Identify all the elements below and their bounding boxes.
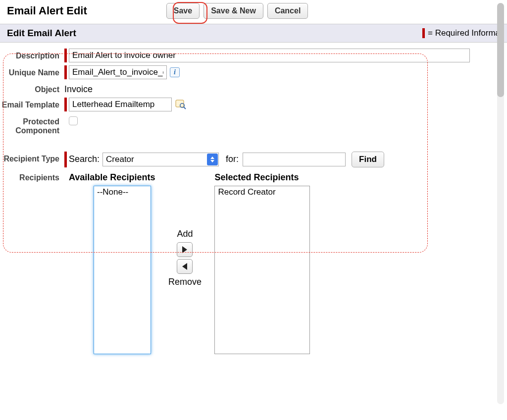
arrow-right-icon bbox=[182, 246, 187, 253]
remove-button[interactable] bbox=[177, 259, 193, 274]
selected-listbox[interactable]: Record Creator bbox=[214, 186, 310, 354]
list-item[interactable]: --None-- bbox=[94, 186, 151, 198]
selected-title: Selected Recipients bbox=[214, 172, 310, 183]
add-button[interactable] bbox=[177, 242, 193, 257]
svg-line-2 bbox=[184, 107, 186, 109]
shuttle-controls: Add Remove bbox=[155, 172, 214, 289]
lookup-icon[interactable] bbox=[175, 99, 187, 110]
label-unique-name: Unique Name bbox=[0, 65, 64, 77]
required-bar-icon bbox=[64, 98, 67, 111]
arrow-left-icon bbox=[182, 263, 187, 270]
object-value: Invoice bbox=[64, 82, 93, 95]
row-description: Description bbox=[0, 49, 497, 62]
row-email-template: Email Template bbox=[0, 98, 497, 111]
button-row: Save Save & New Cancel bbox=[166, 3, 308, 19]
row-recipients: Recipients Available Recipients --None--… bbox=[0, 170, 497, 354]
cancel-button[interactable]: Cancel bbox=[267, 3, 308, 19]
label-object: Object bbox=[0, 82, 64, 94]
label-recipient-type: Recipient Type bbox=[0, 152, 64, 163]
header: Email Alert Edit Save Save & New Cancel bbox=[0, 0, 507, 24]
page-title: Email Alert Edit bbox=[7, 4, 87, 17]
info-icon[interactable]: i bbox=[170, 67, 180, 77]
label-email-template: Email Template bbox=[0, 98, 64, 109]
row-object: Object Invoice bbox=[0, 82, 497, 95]
available-title: Available Recipients bbox=[69, 172, 155, 183]
unique-name-input[interactable] bbox=[69, 65, 167, 79]
available-listbox[interactable]: --None-- bbox=[94, 186, 151, 354]
page-root: Email Alert Edit Save Save & New Cancel … bbox=[0, 0, 507, 420]
protected-checkbox[interactable] bbox=[69, 116, 78, 125]
row-unique-name: Unique Name i bbox=[0, 65, 497, 79]
label-protected: Protected Component bbox=[0, 114, 64, 136]
required-hint: = Required Informa bbox=[422, 28, 500, 38]
search-label: Search: bbox=[69, 154, 100, 164]
row-protected: Protected Component bbox=[0, 114, 497, 136]
description-input[interactable] bbox=[69, 49, 470, 62]
required-hint-text: = Required Informa bbox=[428, 28, 500, 38]
save-button[interactable]: Save bbox=[166, 3, 200, 19]
save-and-new-button[interactable]: Save & New bbox=[203, 3, 263, 19]
required-bar-icon bbox=[422, 28, 425, 38]
required-bar-icon bbox=[64, 152, 67, 167]
email-template-input[interactable] bbox=[69, 98, 172, 111]
find-button[interactable]: Find bbox=[352, 152, 384, 167]
section-header: Edit Email Alert = Required Informa bbox=[0, 24, 507, 43]
recipient-type-select[interactable]: Creator bbox=[102, 153, 219, 166]
row-recipient-type: Recipient Type Search: Creator for: Find bbox=[0, 152, 497, 167]
required-bar-icon bbox=[64, 65, 67, 79]
label-description: Description bbox=[0, 49, 64, 60]
add-label: Add bbox=[177, 229, 193, 239]
required-bar-icon bbox=[64, 49, 67, 62]
list-item[interactable]: Record Creator bbox=[215, 186, 309, 198]
recipient-search-input[interactable] bbox=[243, 153, 346, 166]
label-recipients: Recipients bbox=[0, 170, 64, 182]
available-column: Available Recipients --None-- bbox=[69, 172, 155, 354]
for-label: for: bbox=[226, 154, 239, 164]
section-title: Edit Email Alert bbox=[7, 28, 76, 39]
remove-label: Remove bbox=[168, 277, 202, 287]
selected-column: Selected Recipients Record Creator bbox=[214, 172, 310, 354]
form-area: Description Unique Name i Object Invoice bbox=[0, 43, 507, 354]
